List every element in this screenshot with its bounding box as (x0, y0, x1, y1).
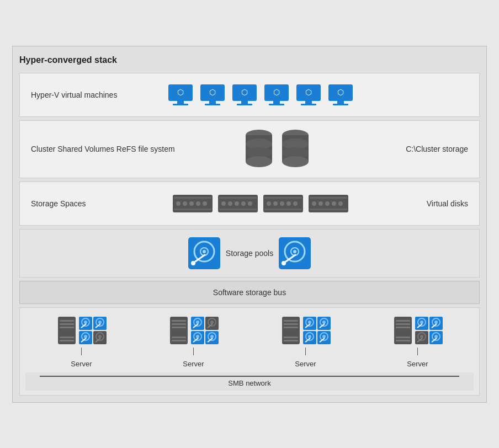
svg-rect-57 (264, 209, 302, 210)
svg-point-108 (196, 321, 199, 324)
svg-point-86 (84, 321, 87, 324)
svg-rect-145 (396, 320, 410, 322)
svg-point-33 (282, 156, 309, 167)
svg-point-61 (325, 201, 330, 206)
svg-rect-80 (60, 323, 74, 325)
svg-point-47 (248, 201, 252, 206)
server-unit-1 (57, 316, 107, 345)
svg-rect-41 (174, 209, 211, 210)
csv-layer: Cluster Shared Volumes ReFS file system … (19, 120, 480, 178)
smb-network: SMB network (25, 372, 474, 391)
svg-rect-9 (241, 101, 248, 104)
servers-row: Server (25, 316, 474, 368)
svg-rect-48 (219, 197, 257, 199)
svg-rect-149 (396, 340, 410, 342)
svg-rect-147 (396, 327, 410, 328)
database-icon-2 (280, 129, 311, 170)
monitor-icon-3: ⬡ (231, 83, 258, 106)
servers-layer: Server (19, 307, 480, 396)
diagram-container: Hyper-converged stack Hyper-V virtual ma… (12, 46, 487, 403)
storage-spaces-right-label: Virtual disks (380, 199, 468, 208)
server-4-disks (415, 317, 443, 344)
svg-point-98 (98, 335, 102, 338)
disk-rack-1 (173, 195, 213, 212)
svg-rect-103 (172, 327, 186, 328)
storage-pools-layer: Storage pools (19, 229, 480, 278)
svg-rect-14 (269, 104, 284, 105)
hyperv-layer: Hyper-V virtual machines ⬡ ⬡ (19, 73, 480, 117)
svg-rect-56 (264, 197, 302, 199)
svg-rect-13 (273, 101, 280, 104)
svg-rect-18 (301, 104, 316, 105)
svg-point-75 (293, 250, 296, 253)
csv-right-label: C:\Cluster storage (380, 145, 468, 153)
monitor-icon-1: ⬡ (167, 83, 194, 106)
svg-point-46 (241, 201, 246, 206)
disk-rack-3 (263, 195, 303, 212)
svg-text:⬡: ⬡ (177, 88, 184, 97)
svg-point-152 (420, 321, 423, 324)
storage-spaces-layer: Storage Spaces (19, 182, 480, 226)
svg-rect-21 (337, 101, 344, 104)
svg-text:⬡: ⬡ (273, 88, 280, 97)
disk-rack-2 (218, 195, 258, 212)
svg-point-37 (189, 201, 194, 206)
svg-point-160 (420, 335, 423, 338)
svg-rect-81 (60, 327, 74, 328)
svg-rect-124 (284, 323, 298, 325)
svg-rect-10 (237, 104, 252, 105)
server-item-4: Server (393, 316, 443, 368)
svg-rect-102 (172, 323, 186, 325)
server-2-tick (193, 348, 194, 355)
monitor-icon-5: ⬡ (295, 83, 322, 106)
hdd-blue-icon-1 (188, 237, 220, 269)
server-2-disks (191, 317, 219, 344)
svg-text:⬡: ⬡ (241, 88, 248, 97)
svg-point-120 (210, 335, 214, 338)
monitor-icon-6: ⬡ (327, 83, 354, 106)
svg-rect-148 (396, 337, 410, 338)
svg-point-164 (434, 335, 438, 338)
disk-rack-4 (309, 195, 348, 212)
svg-rect-123 (284, 320, 298, 322)
svg-point-130 (308, 321, 311, 324)
svg-point-142 (322, 335, 326, 338)
svg-rect-65 (310, 209, 347, 210)
server-1-disks (79, 317, 107, 344)
csv-icons (175, 129, 380, 170)
svg-point-138 (308, 335, 311, 338)
diagram-title: Hyper-converged stack (19, 53, 480, 67)
server-1-label: Server (71, 360, 92, 368)
svg-point-116 (196, 335, 199, 338)
database-icon-1 (243, 129, 274, 170)
svg-rect-105 (172, 340, 186, 342)
hyperv-label: Hyper-V virtual machines (31, 90, 141, 99)
svg-point-112 (210, 321, 214, 324)
svg-rect-49 (219, 209, 257, 210)
svg-rect-79 (60, 320, 74, 322)
storage-pools-label: Storage pools (226, 249, 273, 258)
smb-line (40, 376, 459, 377)
svg-rect-64 (310, 197, 347, 199)
software-bus-label: Software storage bus (213, 288, 286, 297)
svg-point-71 (191, 261, 195, 265)
svg-point-51 (267, 201, 271, 206)
svg-text:⬡: ⬡ (305, 88, 312, 97)
server-item-3: Server (281, 316, 331, 368)
svg-rect-2 (173, 104, 188, 105)
server-1-tick (81, 348, 82, 355)
server-2-label: Server (183, 360, 204, 368)
svg-point-55 (293, 201, 298, 206)
svg-point-63 (338, 201, 343, 206)
svg-point-90 (98, 321, 102, 324)
svg-rect-6 (205, 104, 220, 105)
svg-point-43 (221, 201, 226, 206)
server-unit-4 (393, 316, 443, 345)
svg-point-156 (434, 321, 438, 324)
csv-label: Cluster Shared Volumes ReFS file system (31, 145, 175, 153)
svg-text:⬡: ⬡ (337, 88, 344, 97)
svg-rect-17 (305, 101, 312, 104)
server-tower-3 (281, 316, 301, 345)
svg-point-35 (176, 201, 181, 206)
server-3-label: Server (295, 360, 316, 368)
